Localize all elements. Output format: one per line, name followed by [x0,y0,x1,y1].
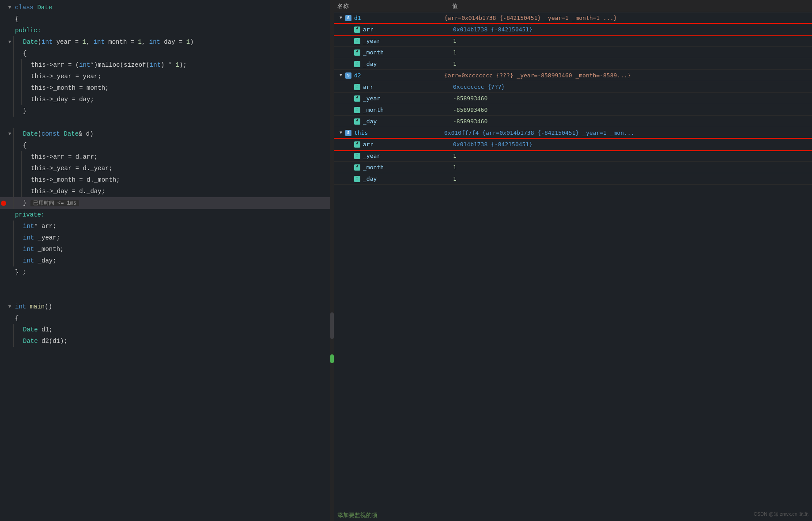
code-line: private: [0,209,330,221]
code-line [0,289,330,301]
indent-guide [21,186,29,197]
scrollbar-thumb[interactable] [330,312,334,339]
indent-guide [21,163,29,174]
indent-guide [13,255,21,266]
code-text: private: [13,209,330,221]
watch-item-value: 1 [449,164,812,171]
indent-guide [13,151,21,163]
watch-item-name: arr [361,141,449,148]
watch-header: 名称 值 [334,0,812,12]
code-line [0,117,330,128]
code-text: this->_month = month; [29,82,330,94]
code-line: Date d1; [0,324,330,335]
watch-row[interactable]: f_month1 [334,47,812,58]
watch-row[interactable]: f_year1 [334,150,812,162]
watch-expand-icon[interactable]: ▼ [337,73,344,78]
indent-guide [13,243,21,255]
indent-guide [13,232,21,243]
code-text: { [13,13,330,25]
indent-guide [13,324,21,335]
watch-item-value: 1 [449,175,812,182]
code-text: { [13,312,330,324]
watch-row[interactable]: farr0x014b1738 {-842150451} [334,24,812,35]
watch-item-name: d1 [352,15,441,21]
indent-guide [13,71,21,82]
code-text: this->arr = (int*)malloc(sizeof(int) * 1… [29,59,330,71]
watch-item-name: _day [361,175,449,182]
indent-guide [13,335,21,347]
watch-type-icon: f [353,38,361,44]
code-text: int _year; [21,232,330,243]
watch-item-name: _month [361,106,449,113]
fold-icon[interactable]: ▼ [6,131,13,137]
watch-type-icon: f [353,61,361,67]
indent-guide [13,105,21,117]
fold-icon[interactable]: ▼ [6,39,13,45]
watch-item-name: arr [361,26,449,33]
watch-item-value: 1 [449,38,812,44]
add-watch-button[interactable]: 添加要监视的项 [334,510,812,521]
watch-item-value: 1 [449,49,812,56]
watch-item-name: d2 [352,72,441,79]
scrollbar-thumb-active[interactable] [330,354,334,363]
watch-type-icon: f [353,106,361,113]
code-line: { [0,13,330,25]
code-line: ▼int main() [0,301,330,312]
watch-expand-icon[interactable]: ▼ [337,15,344,20]
code-text: this->_month = d._month; [29,174,330,186]
indent-guide [21,82,29,94]
code-line: } ; [0,266,330,278]
code-line: this->_year = year; [0,71,330,82]
watch-row[interactable]: f_month1 [334,162,812,173]
indent-guide [21,59,29,71]
watch-item-name: _year [361,38,449,44]
watch-item-value: -858993460 [449,95,812,102]
fold-icon[interactable]: ▼ [6,304,13,309]
watch-row[interactable]: ▼Sd2{arr=0xccccccc {???} _year=-85899346… [334,70,812,81]
code-line: this->arr = (int*)malloc(sizeof(int) * 1… [0,59,330,71]
watch-item-value: 0x010ff7f4 {arr=0x014b1738 {-842150451} … [441,129,812,136]
watch-item-value: 0xccccccc {???} [449,84,812,90]
indent-guide [21,151,29,163]
watch-row[interactable]: f_month-858993460 [334,104,812,116]
watch-type-icon: f [353,152,361,159]
indent-guide [13,36,21,48]
code-text: this->_day = day; [29,94,330,105]
watch-item-value: 0x014b1738 {-842150451} [449,26,812,33]
code-line: int _day; [0,255,330,266]
watch-type-icon: S [344,72,352,79]
code-text: } [21,105,330,117]
watch-type-icon: S [344,15,352,21]
watch-row[interactable]: ▼Sd1{arr=0x014b1738 {-842150451} _year=1… [334,12,812,24]
indent-guide [13,48,21,59]
watch-row[interactable]: farr0x014b1738 {-842150451} [334,139,812,150]
code-line: this->_year = d._year; [0,163,330,174]
watch-row[interactable]: f_day1 [334,58,812,70]
watch-item-value: -858993460 [449,106,812,113]
watch-type-icon: f [353,175,361,182]
fold-icon[interactable]: ▼ [6,5,13,10]
watch-item-name: _day [361,61,449,67]
watch-expand-icon[interactable]: ▼ [337,130,344,135]
code-line: ▼class Date [0,2,330,13]
watch-type-icon: f [353,84,361,90]
code-text: this->_year = d._year; [29,163,330,174]
code-text: this->_day = d._day; [29,186,330,197]
indent-guide [13,59,21,71]
indent-guide [13,198,21,209]
watch-row[interactable]: farr0xccccccc {???} [334,81,812,93]
indent-guide [13,94,21,105]
code-line: { [0,48,330,59]
watch-item-name: _month [361,164,449,171]
watch-row[interactable]: f_year-858993460 [334,93,812,104]
watch-type-icon: f [353,26,361,33]
watch-row[interactable]: f_day-858993460 [334,116,812,127]
watch-item-name: _day [361,118,449,125]
watch-row[interactable]: f_year1 [334,35,812,47]
breakpoint-indicator [1,201,6,206]
watch-row[interactable]: f_day1 [334,173,812,185]
indent-guide [13,221,21,232]
code-editor: ▼class Date{public:▼Date(int year = 1, i… [0,0,330,521]
watch-row[interactable]: ▼Sthis0x010ff7f4 {arr=0x014b1738 {-84215… [334,127,812,139]
code-text: Date(int year = 1, int month = 1, int da… [21,36,330,48]
